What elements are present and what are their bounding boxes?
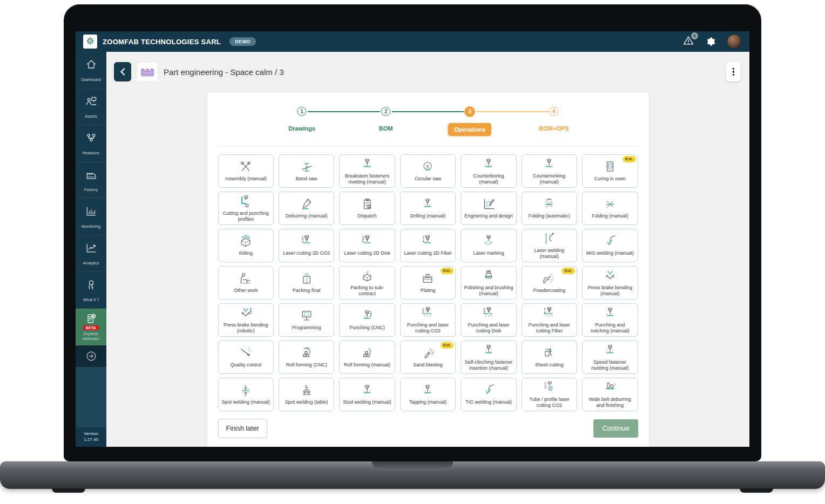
operation-card-other-work[interactable]: Other work bbox=[218, 266, 274, 299]
operation-card-speed-fastener-rivetting-manual[interactable]: Speed fastener rivetting (manual) bbox=[582, 340, 638, 374]
zoomfab-logo[interactable] bbox=[83, 35, 97, 49]
operation-label: Press brake bending (manual) bbox=[585, 285, 634, 297]
operation-card-countersinking-manual[interactable]: Countersinking (manual) bbox=[522, 154, 577, 188]
operation-card-assembly-manual[interactable]: Assembly (manual) bbox=[218, 154, 274, 188]
operation-card-tig-welding-manual[interactable]: TIG welding (manual) bbox=[461, 378, 516, 411]
operation-card-kitting[interactable]: Kitting bbox=[218, 229, 274, 262]
stepper-step-bom-ops[interactable]: 4BOM+OPS bbox=[539, 107, 569, 132]
operation-label: Cutting and punching profiles bbox=[221, 210, 271, 223]
operation-label: MIG welding (manual) bbox=[586, 250, 634, 256]
part-thumbnail[interactable] bbox=[137, 62, 158, 81]
operation-card-sheet-cutting[interactable]: Sheet cutting bbox=[522, 340, 577, 374]
operation-card-band-saw[interactable]: Band saw bbox=[279, 154, 334, 188]
sidebar-item-analytics[interactable]: Analytics bbox=[76, 235, 106, 272]
operation-card-breakstem-fasteners-rivetting-manual[interactable]: Breakstem fasteners rivetting (manual) bbox=[339, 154, 395, 188]
operation-card-press-brake-bending-robotic[interactable]: RBTPress brake bending (robotic) bbox=[218, 303, 274, 337]
sidebar-item-what-if[interactable]: What if ? bbox=[76, 272, 106, 309]
operation-card-punching-and-laser-cutting-fiber[interactable]: FIBPunching and laser cutting Fiber bbox=[522, 303, 577, 337]
settings-gear-icon[interactable] bbox=[705, 36, 716, 47]
sidebar-item-label: Relations bbox=[82, 151, 100, 155]
operation-card-folding-automatic[interactable]: CNCFolding (automatic) bbox=[522, 192, 577, 225]
operation-card-press-brake-bending-manual[interactable]: Press brake bending (manual) bbox=[582, 266, 638, 299]
operation-card-laser-marking[interactable]: Laser marking bbox=[461, 229, 516, 262]
step-number: 1 bbox=[297, 107, 307, 116]
user-avatar[interactable] bbox=[727, 34, 742, 49]
svg-text:2: 2 bbox=[423, 312, 424, 315]
operation-card-laser-cutting-2d-co2[interactable]: CO2Laser cutting 2D CO2 bbox=[279, 229, 334, 262]
operation-label: Stud welding (manual) bbox=[343, 399, 391, 405]
operation-card-roll-forming-manual[interactable]: Roll forming (manual) bbox=[339, 340, 395, 374]
sidebar-item-monitoring[interactable]: Monitoring bbox=[76, 199, 106, 235]
alerts-button[interactable]: 0 bbox=[682, 35, 694, 48]
operation-card-punching-cnc[interactable]: CNCPunching (CNC) bbox=[339, 303, 395, 337]
operation-card-curing-in-oven[interactable]: Curing in ovenExt. bbox=[582, 154, 638, 188]
packing-sub-icon bbox=[360, 269, 375, 284]
operation-card-powdercoating[interactable]: PowdercoatingExt. bbox=[522, 266, 577, 299]
operation-label: Folding (automatic) bbox=[529, 213, 570, 219]
operation-card-punching-and-notching-manual[interactable]: Punching and notching (manual) bbox=[582, 303, 638, 337]
operation-card-cutting-and-punching-profiles[interactable]: Cutting and punching profiles bbox=[218, 192, 274, 225]
sidebar-item-relations[interactable]: Relations bbox=[76, 125, 106, 162]
operation-label: Counterboring (manual) bbox=[464, 173, 513, 186]
operation-card-quality-control[interactable]: Quality control bbox=[218, 340, 274, 374]
operation-card-spot-welding-table[interactable]: Spot welding (table) bbox=[279, 378, 334, 411]
operation-card-circular-saw[interactable]: Circular saw bbox=[400, 154, 456, 188]
roll-cnc-icon: CNC bbox=[299, 346, 314, 361]
operation-label: Self-clinching fastener insertion (manua… bbox=[464, 359, 513, 372]
operation-card-laser-welding-manual[interactable]: Laser welding (manual) bbox=[522, 229, 577, 262]
operation-card-packing-final[interactable]: Packing final bbox=[279, 266, 334, 299]
operation-card-plating[interactable]: PlatingExt. bbox=[400, 266, 456, 299]
operation-label: Plating bbox=[421, 288, 436, 294]
sidebar-item-factory[interactable]: Factory bbox=[76, 162, 106, 199]
operation-label: Sand blasting bbox=[413, 362, 443, 368]
svg-text:K: K bbox=[483, 312, 485, 315]
operation-card-counterboring-manual[interactable]: Counterboring (manual) bbox=[461, 154, 516, 188]
operation-card-spot-welding-manual[interactable]: Spot welding (manual) bbox=[218, 378, 274, 411]
stepper-step-drawings[interactable]: 1Drawings bbox=[288, 107, 315, 132]
operation-card-laser-cutting-2d-disk[interactable]: DSKLaser cutting 2D Disk bbox=[339, 229, 395, 262]
operation-card-tube-profile-laser-cutting-co2[interactable]: CO2Tube / profile laser cutting CO2 bbox=[522, 378, 577, 411]
sidebar-collapse-button[interactable] bbox=[76, 345, 106, 367]
back-button[interactable] bbox=[114, 62, 131, 81]
operation-label: Laser cutting 2D Disk bbox=[344, 250, 390, 256]
app-window: ZOOMFAB TECHNOLOGIES SARL DEMO 0 bbox=[76, 31, 749, 447]
sidebar-item-dashboard[interactable]: Dashboard bbox=[76, 52, 106, 88]
operation-label: Punching (CNC) bbox=[349, 325, 385, 331]
operation-card-tapping-manual[interactable]: Tapping (manual) bbox=[400, 378, 456, 411]
continue-button[interactable]: Continue bbox=[593, 419, 638, 438]
sidebar-item-express-estimator[interactable]: BETA Express estimator bbox=[76, 309, 106, 345]
operation-card-polishing-and-brushing-manual[interactable]: Polishing and brushing (manual) bbox=[461, 266, 516, 299]
sidebar-item-assets[interactable]: Assets bbox=[76, 88, 106, 125]
operation-card-drilling-manual[interactable]: Drilling (manual) bbox=[400, 192, 456, 225]
operation-label: Spot welding (manual) bbox=[221, 399, 270, 405]
operation-card-sand-blasting[interactable]: Sand blastingExt. bbox=[400, 340, 456, 374]
operation-card-roll-forming-cnc[interactable]: CNCRoll forming (CNC) bbox=[279, 340, 334, 374]
operation-card-self-clinching-fastener-insertion-manual[interactable]: Self-clinching fastener insertion (manua… bbox=[461, 340, 516, 374]
more-options-button[interactable] bbox=[726, 62, 741, 81]
operation-label: Folding (manual) bbox=[592, 213, 628, 219]
operation-card-folding-manual[interactable]: Folding (manual) bbox=[582, 192, 638, 225]
operation-card-mig-welding-manual[interactable]: MIG welding (manual) bbox=[582, 229, 638, 262]
operation-card-packing-to-sub-contract[interactable]: Packing to sub-contract bbox=[339, 266, 395, 299]
stepper-step-bom[interactable]: 2BOM bbox=[379, 107, 393, 132]
analytics-icon bbox=[85, 242, 98, 257]
punch-laser-fiber-icon: FIB bbox=[542, 306, 557, 321]
operation-card-laser-cutting-2d-fiber[interactable]: FIBLaser cutting 2D Fiber bbox=[400, 229, 456, 262]
operation-label: Punching and laser cutting Disk bbox=[464, 322, 513, 335]
step-label: BOM bbox=[379, 125, 393, 132]
assembly-icon bbox=[238, 160, 253, 175]
operation-card-stud-welding-manual[interactable]: Stud welding (manual) bbox=[339, 378, 395, 411]
operation-card-punching-and-laser-cutting-disk[interactable]: DSKPunching and laser cutting Disk bbox=[461, 303, 516, 337]
monitoring-icon bbox=[85, 205, 98, 220]
brand-title: ZOOMFAB TECHNOLOGIES SARL bbox=[103, 38, 221, 46]
operation-card-dispatch[interactable]: Dispatch bbox=[339, 192, 395, 225]
operation-card-punching-and-laser-cutting-co2[interactable]: CO2Punching and laser cutting CO2 bbox=[400, 303, 456, 337]
stepper-step-operations[interactable]: 3Operations bbox=[448, 106, 491, 136]
operation-card-deburring-manual[interactable]: Deburring (manual) bbox=[279, 192, 334, 225]
external-badge: Ext. bbox=[623, 156, 636, 162]
operation-card-wide-belt-deburring-and-finishing[interactable]: Wide belt deburring and finishing bbox=[582, 378, 638, 411]
assets-icon bbox=[85, 95, 98, 110]
finish-later-button[interactable]: Finish later bbox=[218, 419, 267, 438]
operation-card-programming[interactable]: Programming bbox=[279, 303, 334, 337]
operation-card-enginering-and-design[interactable]: Enginering and design bbox=[461, 192, 516, 225]
